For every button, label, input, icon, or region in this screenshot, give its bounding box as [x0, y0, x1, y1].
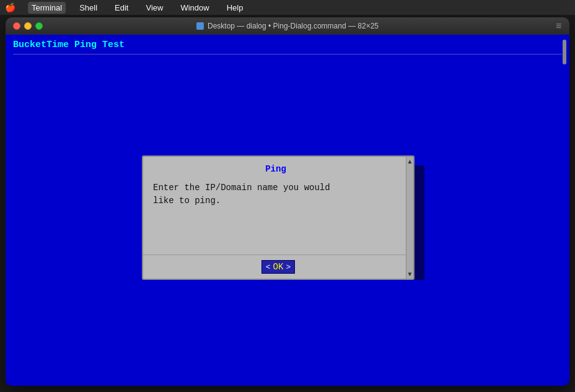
- scroll-thumb: [563, 40, 566, 64]
- terminal-window: Desktop — dialog • Ping-Dialog.command —…: [6, 17, 569, 386]
- menu-window[interactable]: Window: [177, 2, 213, 14]
- dialog-message: Enter the IP/Domain name you would like …: [153, 181, 398, 207]
- dialog-scrollbar[interactable]: ▲ ▼: [406, 157, 413, 279]
- menu-bar: 🍎 Terminal Shell Edit View Window Help: [0, 0, 575, 15]
- window-title: Desktop — dialog • Ping-Dialog.command —…: [196, 22, 379, 30]
- close-button[interactable]: [13, 22, 20, 30]
- minimize-button[interactable]: [24, 22, 32, 30]
- terminal-divider: [13, 54, 562, 54]
- titlebar-scroll: ≡: [556, 20, 564, 32]
- menu-terminal[interactable]: Terminal: [28, 2, 66, 14]
- ok-button[interactable]: < OK >: [261, 260, 295, 274]
- apple-menu[interactable]: 🍎: [5, 2, 15, 12]
- dialog-overlay: ▲ ▼ Ping Enter the IP/Domain name you wo…: [142, 155, 421, 280]
- dialog-footer: < OK >: [143, 255, 413, 279]
- terminal-heading: BucketTime Ping Test: [13, 40, 562, 50]
- button-label: OK: [271, 262, 286, 272]
- maximize-button[interactable]: [35, 22, 43, 30]
- scroll-up-icon[interactable]: ▲: [407, 157, 413, 166]
- title-bar: Desktop — dialog • Ping-Dialog.command —…: [6, 17, 569, 35]
- terminal-content: BucketTime Ping Test ▲ ▼ Ping Enter the …: [6, 35, 569, 386]
- traffic-lights: [13, 22, 43, 30]
- dialog-message-line2: like to ping.: [153, 196, 221, 206]
- window-title-text: Desktop — dialog • Ping-Dialog.command —…: [208, 22, 379, 30]
- menu-help[interactable]: Help: [223, 2, 247, 14]
- dialog-box: ▲ ▼ Ping Enter the IP/Domain name you wo…: [142, 155, 415, 280]
- menu-edit[interactable]: Edit: [111, 2, 132, 14]
- terminal-scrollbar[interactable]: [562, 35, 567, 386]
- button-right-arrow: >: [286, 263, 291, 272]
- dialog-title: Ping: [153, 164, 398, 174]
- terminal-icon: [196, 22, 204, 30]
- button-left-arrow: <: [266, 263, 271, 272]
- menu-shell[interactable]: Shell: [76, 2, 101, 14]
- menu-view[interactable]: View: [142, 2, 167, 14]
- scroll-down-icon[interactable]: ▼: [407, 269, 413, 279]
- dialog-inner: Ping Enter the IP/Domain name you would …: [143, 157, 413, 255]
- dialog-message-line1: Enter the IP/Domain name you would: [153, 183, 330, 193]
